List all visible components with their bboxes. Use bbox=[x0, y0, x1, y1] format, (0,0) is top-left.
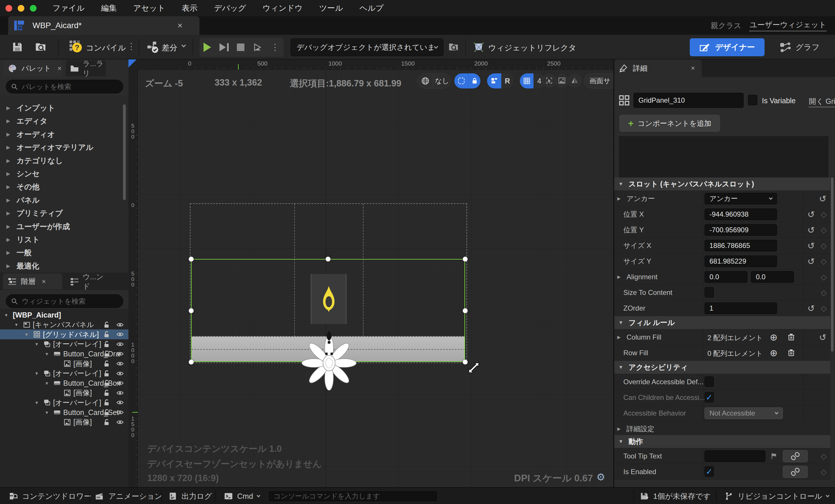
play-options-icon[interactable]: ⋮ bbox=[271, 43, 280, 52]
visibility-eye-icon[interactable] bbox=[116, 419, 124, 426]
resize-handle-nw[interactable] bbox=[189, 257, 194, 262]
visibility-eye-icon[interactable] bbox=[116, 379, 124, 387]
dropdown[interactable]: Not Accessible bbox=[705, 407, 783, 419]
tooltip-input[interactable] bbox=[705, 450, 766, 462]
add-component-button[interactable]: + コンポーネントを追加 bbox=[619, 115, 720, 132]
lock-icon[interactable] bbox=[103, 379, 110, 387]
expand-arrow-icon[interactable]: ▶ bbox=[6, 263, 10, 269]
menu-ヘルプ[interactable]: ヘルプ bbox=[360, 3, 384, 13]
parent-class-link[interactable]: ユーザーウィジェット bbox=[750, 20, 826, 31]
dropdown[interactable]: アンカー bbox=[705, 193, 777, 204]
palette-category[interactable]: ▶その他 bbox=[0, 180, 128, 194]
expand-arrow-icon[interactable]: ▼ bbox=[35, 371, 39, 376]
visibility-eye-icon[interactable] bbox=[116, 399, 124, 406]
value-input[interactable]: -944.960938 bbox=[705, 208, 777, 220]
tree-row[interactable]: ▼Button_Card_Dra bbox=[0, 349, 128, 359]
tab-palette[interactable]: パレット × bbox=[3, 60, 62, 76]
expand-arrow-icon[interactable]: ▼ bbox=[35, 342, 39, 346]
checkbox[interactable] bbox=[705, 287, 714, 298]
palette-category[interactable]: ▶ユーザーが作成 bbox=[0, 220, 128, 233]
expand-arrow-icon[interactable]: ▶ bbox=[6, 184, 10, 190]
reset-to-default-icon[interactable]: ↺ bbox=[808, 303, 815, 314]
compile-options-icon[interactable]: ⋮ bbox=[127, 42, 136, 51]
property-diamond-icon[interactable]: ◇ bbox=[821, 304, 827, 313]
expand-arrow-icon[interactable]: ▶ bbox=[6, 210, 10, 216]
palette-category[interactable]: ▶カテゴリなし bbox=[0, 154, 128, 167]
palette-search-input[interactable]: パレットを検索 bbox=[6, 80, 123, 93]
property-diamond-icon[interactable]: ◇ bbox=[821, 210, 827, 219]
section-header[interactable]: ▼フィル ルール bbox=[614, 316, 830, 329]
resize-handle-ne[interactable] bbox=[463, 257, 468, 262]
menu-ツール[interactable]: ツール bbox=[319, 3, 343, 13]
expand-arrow-icon[interactable]: ▶ bbox=[6, 237, 10, 243]
stop-button[interactable] bbox=[237, 43, 244, 51]
palette-category[interactable]: ▶最適化 bbox=[0, 260, 128, 273]
expand-arrow-icon[interactable]: ▶ bbox=[6, 132, 10, 138]
palette-tab-close-icon[interactable]: × bbox=[57, 64, 61, 73]
section-header[interactable]: ▼アクセシビリティ bbox=[614, 361, 830, 374]
tab-close-icon[interactable]: × bbox=[178, 21, 183, 31]
checkbox[interactable]: ✓ bbox=[705, 392, 714, 403]
tree-row[interactable]: ▼[オーバーレイ] bbox=[0, 398, 128, 407]
resize-handle-sw[interactable] bbox=[189, 360, 194, 364]
palette-category[interactable]: ▶プリミティブ bbox=[0, 207, 128, 220]
select-cursor-button[interactable] bbox=[543, 74, 556, 87]
visibility-eye-icon[interactable] bbox=[116, 340, 124, 348]
menu-デバッグ[interactable]: デバッグ bbox=[214, 3, 246, 13]
expand-arrow-icon[interactable]: ▶ bbox=[6, 197, 10, 203]
property-diamond-icon[interactable]: ◇ bbox=[821, 226, 827, 235]
tree-row[interactable]: [画像] bbox=[0, 388, 128, 398]
designer-canvas[interactable]: 05001000150020002500 500050010001500 bbox=[128, 59, 613, 487]
is-variable-checkbox[interactable] bbox=[748, 95, 757, 105]
lock-icon[interactable] bbox=[103, 321, 110, 328]
cmd-dropdown[interactable]: Cmd bbox=[224, 488, 260, 504]
visibility-eye-icon[interactable] bbox=[116, 409, 124, 416]
tab-library[interactable]: ラ...ラリ bbox=[66, 60, 106, 76]
property-diamond-icon[interactable]: ◇ bbox=[821, 467, 827, 477]
add-element-icon[interactable]: ⊕ bbox=[770, 332, 778, 343]
visibility-eye-icon[interactable] bbox=[116, 360, 124, 367]
details-scrollbar[interactable] bbox=[831, 178, 834, 351]
lock-icon[interactable] bbox=[103, 399, 110, 406]
value-input[interactable]: 681.985229 bbox=[705, 256, 777, 267]
grid-snap-toggle[interactable]: 4 bbox=[520, 73, 545, 88]
property-diamond-icon[interactable]: ◇ bbox=[821, 452, 827, 461]
diff-button[interactable]: 差分 bbox=[162, 43, 178, 53]
palette-scrollbar[interactable] bbox=[123, 104, 126, 200]
property-diamond-icon[interactable]: ◇ bbox=[821, 257, 827, 266]
lock-icon[interactable] bbox=[103, 340, 110, 348]
palette-category[interactable]: ▶シンセ bbox=[0, 167, 128, 180]
checkbox[interactable]: ✓ bbox=[705, 466, 714, 477]
traffic-light-close-icon[interactable] bbox=[5, 5, 12, 12]
tab-details[interactable]: 詳細 × bbox=[614, 59, 701, 77]
section-header[interactable]: ▼スロット (キャンバスパネルスロット) bbox=[614, 178, 830, 191]
palette-category[interactable]: ▶一般 bbox=[0, 246, 128, 259]
lock-icon[interactable] bbox=[103, 419, 110, 426]
expand-arrow-icon[interactable]: ▶ bbox=[617, 196, 621, 201]
lock-icon[interactable] bbox=[103, 330, 110, 338]
property-diamond-icon[interactable]: ◇ bbox=[821, 241, 827, 250]
palette-category[interactable]: ▶オーディオ bbox=[0, 128, 128, 141]
play-button[interactable] bbox=[204, 43, 211, 52]
unsaved-assets-button[interactable]: * 1個が未保存です bbox=[639, 488, 711, 504]
animation-button[interactable]: アニメーション bbox=[95, 488, 162, 504]
tree-row[interactable]: ▼[オーバーレイ] bbox=[0, 368, 128, 379]
reset-to-default-icon[interactable]: ↺ bbox=[808, 225, 815, 235]
debug-browse-icon[interactable] bbox=[448, 41, 459, 53]
resize-handle-w[interactable] bbox=[189, 308, 194, 313]
palette-category[interactable]: ▶インプット bbox=[0, 101, 128, 115]
visibility-eye-icon[interactable] bbox=[116, 370, 124, 377]
reset-to-default-icon[interactable]: ↺ bbox=[808, 256, 815, 266]
tab-window[interactable]: ウ...ンド bbox=[66, 274, 109, 289]
preview-background-button[interactable] bbox=[555, 74, 569, 87]
value-input[interactable]: -700.956909 bbox=[705, 224, 777, 236]
expand-arrow-icon[interactable]: ▶ bbox=[6, 250, 10, 256]
visibility-eye-icon[interactable] bbox=[116, 321, 124, 328]
lock-icon[interactable] bbox=[103, 350, 110, 358]
collapse-arrow-icon[interactable]: ▼ bbox=[618, 320, 623, 326]
palette-category[interactable]: ▶オーディオマテリアル bbox=[0, 141, 128, 154]
reset-to-default-icon[interactable]: ↺ bbox=[808, 209, 815, 220]
menu-編集[interactable]: 編集 bbox=[101, 3, 117, 13]
value-input-x[interactable]: 0.0 bbox=[705, 271, 748, 283]
tree-row[interactable]: ▼[キャンバスパネル] bbox=[0, 320, 128, 330]
